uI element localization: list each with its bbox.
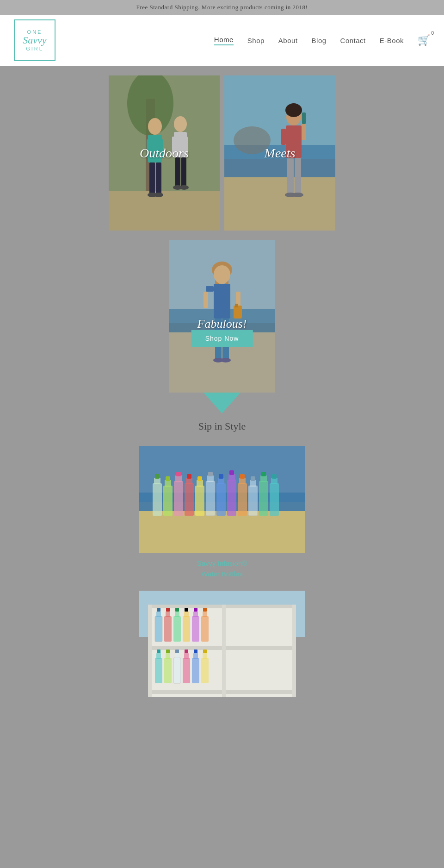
hero-meets-label: Meets bbox=[265, 146, 296, 161]
feature-section: Fabulous! Shop Now Sip in Style bbox=[0, 240, 444, 442]
svg-rect-112 bbox=[193, 612, 198, 617]
svg-rect-69 bbox=[197, 476, 202, 481]
nav-ebook[interactable]: E-Book bbox=[380, 37, 404, 44]
svg-rect-71 bbox=[207, 475, 214, 482]
nav-home[interactable]: Home bbox=[214, 36, 234, 45]
logo-line3: GIRL bbox=[26, 46, 43, 51]
shop-now-button[interactable]: Shop Now bbox=[191, 330, 253, 347]
svg-rect-129 bbox=[192, 658, 199, 683]
svg-rect-127 bbox=[184, 653, 189, 659]
svg-rect-101 bbox=[157, 608, 160, 612]
svg-rect-117 bbox=[155, 658, 162, 683]
svg-rect-107 bbox=[175, 608, 179, 612]
svg-rect-77 bbox=[228, 474, 235, 481]
svg-rect-75 bbox=[219, 474, 223, 479]
arrow-down-icon bbox=[204, 393, 240, 413]
svg-rect-132 bbox=[201, 658, 209, 683]
svg-rect-100 bbox=[156, 612, 161, 617]
svg-rect-90 bbox=[272, 474, 277, 479]
shelf-bottles-section bbox=[0, 591, 444, 697]
main-content: Outdoors bbox=[0, 66, 444, 718]
water-bottles-title: Savvy Infusion® Water Bottles bbox=[197, 558, 247, 579]
hero-outdoors-image: Outdoors bbox=[109, 75, 220, 231]
svg-rect-130 bbox=[193, 653, 198, 659]
svg-rect-113 bbox=[194, 608, 197, 612]
svg-rect-60 bbox=[166, 476, 170, 481]
svg-rect-89 bbox=[271, 478, 278, 484]
shelf-bottles-image[interactable] bbox=[139, 591, 305, 697]
top-banner: Free Standard Shipping. More exciting pr… bbox=[0, 0, 444, 15]
svg-rect-85 bbox=[259, 481, 268, 516]
svg-rect-83 bbox=[250, 480, 256, 487]
svg-rect-111 bbox=[192, 616, 199, 642]
svg-rect-134 bbox=[203, 649, 207, 653]
product-title-line1: Savvy Infusion® bbox=[197, 558, 247, 569]
svg-rect-61 bbox=[174, 481, 183, 516]
svg-rect-99 bbox=[155, 616, 162, 642]
svg-rect-67 bbox=[195, 486, 204, 516]
svg-rect-116 bbox=[203, 608, 207, 612]
svg-rect-76 bbox=[227, 480, 236, 516]
product-title-line2: Water Bottles bbox=[197, 569, 247, 580]
svg-rect-66 bbox=[187, 474, 191, 479]
feature-image: Fabulous! Shop Now bbox=[169, 240, 275, 393]
svg-rect-96 bbox=[148, 605, 152, 697]
svg-rect-104 bbox=[166, 608, 170, 612]
svg-rect-68 bbox=[197, 480, 203, 487]
svg-rect-106 bbox=[175, 612, 179, 617]
hero-outdoors-label: Outdoors bbox=[140, 146, 189, 161]
svg-rect-55 bbox=[153, 483, 162, 516]
water-bottles-image[interactable] bbox=[139, 446, 305, 553]
svg-rect-125 bbox=[175, 649, 179, 653]
svg-rect-56 bbox=[154, 478, 160, 484]
svg-rect-102 bbox=[164, 616, 172, 642]
svg-rect-74 bbox=[218, 478, 224, 484]
svg-rect-54 bbox=[139, 511, 305, 553]
cart-icon: 🛒 bbox=[418, 34, 430, 46]
svg-rect-108 bbox=[183, 616, 190, 642]
svg-rect-97 bbox=[292, 605, 296, 697]
main-nav: Home Shop About Blog Contact E-Book 0 🛒 bbox=[214, 34, 430, 46]
nav-shop[interactable]: Shop bbox=[247, 37, 265, 44]
svg-rect-81 bbox=[240, 474, 245, 479]
svg-rect-58 bbox=[163, 486, 173, 516]
hero-meets-image: Meets bbox=[224, 75, 335, 231]
svg-rect-105 bbox=[173, 616, 181, 642]
svg-rect-82 bbox=[248, 486, 258, 516]
nav-blog[interactable]: Blog bbox=[312, 37, 327, 44]
svg-rect-63 bbox=[176, 472, 181, 476]
nav-contact[interactable]: Contact bbox=[340, 37, 366, 44]
svg-rect-80 bbox=[239, 478, 246, 484]
svg-rect-109 bbox=[184, 612, 189, 617]
hero-images-section: Outdoors bbox=[0, 75, 444, 231]
svg-rect-114 bbox=[201, 616, 209, 642]
svg-rect-73 bbox=[216, 483, 226, 516]
water-bottles-section: Savvy Infusion® Water Bottles bbox=[0, 446, 444, 579]
svg-rect-62 bbox=[175, 475, 182, 482]
cart-count: 0 bbox=[431, 31, 434, 36]
logo[interactable]: ONE Savvy GIRL bbox=[14, 19, 56, 61]
svg-rect-79 bbox=[238, 483, 247, 516]
svg-rect-57 bbox=[155, 474, 160, 479]
svg-rect-70 bbox=[206, 481, 215, 516]
svg-rect-86 bbox=[260, 475, 267, 482]
svg-rect-87 bbox=[261, 472, 266, 476]
banner-text: Free Standard Shipping. More exciting pr… bbox=[136, 4, 308, 11]
svg-rect-64 bbox=[185, 483, 194, 516]
cart-button[interactable]: 0 🛒 bbox=[418, 34, 430, 46]
svg-rect-118 bbox=[156, 653, 161, 659]
nav-about[interactable]: About bbox=[278, 37, 298, 44]
svg-rect-121 bbox=[166, 653, 170, 659]
svg-rect-123 bbox=[173, 658, 181, 683]
svg-rect-126 bbox=[183, 658, 190, 683]
svg-rect-110 bbox=[185, 608, 188, 612]
svg-rect-98 bbox=[222, 605, 226, 697]
svg-rect-133 bbox=[203, 653, 207, 659]
svg-rect-103 bbox=[166, 612, 170, 617]
svg-rect-84 bbox=[251, 476, 255, 481]
feature-overlay bbox=[169, 240, 275, 393]
sip-in-style-text: Sip in Style bbox=[198, 420, 246, 432]
header: ONE Savvy GIRL Home Shop About Blog Cont… bbox=[0, 15, 444, 66]
svg-rect-124 bbox=[175, 653, 179, 659]
svg-rect-59 bbox=[165, 480, 171, 487]
